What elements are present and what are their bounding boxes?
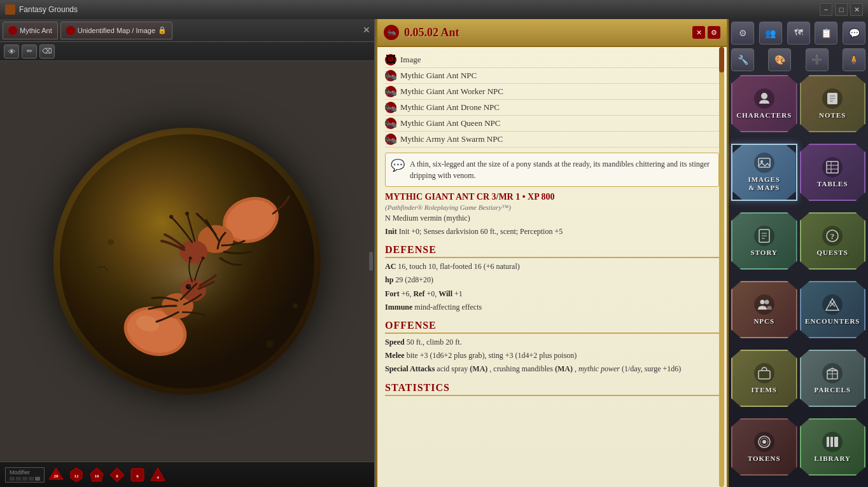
saves-line: Fort +6, Ref +0, Will +1	[385, 288, 719, 300]
will-text: +1	[454, 289, 463, 298]
svg-point-16	[202, 257, 205, 260]
close-button[interactable]: ✕	[850, 3, 863, 16]
nav-button-parcels[interactable]: Parcels	[800, 350, 866, 407]
nav-button-tokens[interactable]: Tokens	[731, 418, 797, 476]
nav-button-story[interactable]: Story	[731, 212, 797, 270]
svg-point-12	[181, 278, 206, 301]
nav-button-quests[interactable]: ? Quests	[800, 212, 866, 270]
sheet-controls: ✕ ⚙	[692, 26, 720, 39]
nav-button-library[interactable]: Library	[800, 418, 866, 476]
sheet-close-button[interactable]: ✕	[692, 26, 705, 39]
notes-label: Notes	[819, 111, 846, 119]
parcels-label: Parcels	[814, 386, 851, 394]
speed-label: Speed	[385, 338, 407, 346]
nav-button-encounters[interactable]: Encounters	[800, 281, 866, 338]
map-tool-button[interactable]: 🗺	[787, 22, 810, 45]
ac-label: AC	[385, 262, 398, 271]
minimize-button[interactable]: −	[820, 3, 832, 16]
immune-line: Immune mind-affecting effects	[385, 301, 719, 313]
panel-close-icon[interactable]: ✕	[361, 25, 372, 36]
list-item-npc5[interactable]: 🐜 Mythic Army Ant Swarm NPC	[385, 132, 719, 147]
list-item-icon-npc1: 🐜	[385, 70, 396, 81]
die-d8[interactable]: 8	[108, 466, 126, 484]
svg-rect-53	[759, 371, 770, 379]
hp-label: hp	[385, 275, 395, 284]
app-icon	[5, 4, 15, 15]
nav-button-tables[interactable]: Tables	[800, 144, 866, 201]
hp-text: 29 (2d8+20)	[395, 275, 433, 284]
immune-label: Immune	[385, 303, 414, 312]
die-d6[interactable]: 6	[129, 466, 146, 484]
list-item-npc1[interactable]: 🐜 Mythic Giant Ant NPC	[385, 68, 719, 84]
speed-text: 50 ft., climb 20 ft.	[407, 338, 462, 346]
tab-mythic-ant[interactable]: Mythic Ant	[3, 22, 58, 39]
image-area	[0, 61, 374, 462]
description-box: 💬 A thin, six-legged ant the size of a p…	[385, 153, 719, 187]
special-attacks-text: acid spray (MA) , crushing mandibles (MA…	[437, 364, 681, 373]
encounters-icon	[822, 294, 843, 315]
creature-title: MYTHIC GIANT ANT CR 3/MR 1 • XP 800	[385, 192, 719, 202]
tab-map[interactable]: Unidentified Map / Image 🔒	[60, 22, 172, 39]
settings2-tool-button[interactable]: 📋	[815, 22, 837, 45]
svg-point-33	[761, 93, 767, 99]
nav-button-notes[interactable]: Notes	[800, 75, 866, 132]
modifier-display: Modifier	[5, 467, 45, 483]
pencil-tool-button[interactable]: ✏	[22, 45, 37, 58]
nav-button-npcs[interactable]: NPCs	[731, 281, 797, 338]
sheet-content[interactable]: 🖼 Image 🐜 Mythic Giant Ant NPC 🐜 Mythic …	[377, 47, 727, 487]
chat-tool-button[interactable]: 💬	[843, 22, 865, 45]
sheet-scrollbar[interactable]	[719, 47, 724, 487]
sheet-extra-button[interactable]: ⚙	[708, 26, 720, 39]
maximize-button[interactable]: □	[835, 3, 848, 16]
eraser-tool-button[interactable]: ⌫	[39, 45, 55, 58]
die-d12[interactable]: 12	[67, 466, 85, 484]
ref-label: Ref	[413, 289, 426, 298]
list-item-image[interactable]: 🖼 Image	[385, 52, 719, 68]
prefs-tool-button[interactable]: 🔧	[731, 48, 754, 71]
die-d4[interactable]: 4	[149, 466, 167, 484]
npcs-icon	[754, 294, 774, 315]
settings-tool-button[interactable]: ⚙	[731, 22, 754, 45]
sheet-header: 🐜 0.05.02 Ant ✕ ⚙	[377, 19, 727, 47]
die-d10[interactable]: 10	[88, 466, 106, 484]
person-tool-button[interactable]: 🧍	[843, 48, 865, 71]
nav-button-images[interactable]: Images& Maps	[731, 144, 797, 201]
images-icon	[754, 153, 774, 173]
list-item-npc3[interactable]: 🐜 Mythic Giant Ant Drone NPC	[385, 100, 719, 116]
dice-bar: Modifier 20 12 10 8	[0, 462, 374, 487]
npcs-label: NPCs	[753, 317, 774, 325]
story-label: Story	[751, 249, 778, 256]
characters-icon	[754, 88, 774, 109]
parcels-icon	[822, 363, 843, 383]
tool-bar: 👁 ✏ ⌫	[0, 42, 374, 61]
svg-rect-40	[827, 161, 838, 173]
special-attacks-line: Special Attacks acid spray (MA) , crushi…	[385, 363, 719, 375]
svg-point-5	[179, 240, 207, 263]
list-item-npc4[interactable]: 🐜 Mythic Giant Ant Queen NPC	[385, 116, 719, 132]
eye-tool-button[interactable]: 👁	[4, 45, 19, 58]
nav-grid: Characters Notes Images& M	[731, 75, 865, 484]
tab-map-label: Unidentified Map / Image	[78, 27, 155, 34]
story-icon	[754, 226, 774, 246]
scroll-handle	[369, 252, 373, 271]
immune-text: mind-affecting effects	[414, 303, 482, 312]
characters-tool-button[interactable]: 👥	[759, 22, 782, 45]
title-bar-controls: − □ ✕	[820, 3, 863, 16]
nav-button-items[interactable]: Items	[731, 350, 797, 407]
tables-icon	[822, 157, 843, 177]
die-d20[interactable]: 20	[47, 466, 65, 484]
list-item-label-npc2: Mythic Giant Ant Worker NPC	[400, 86, 503, 97]
list-item-npc2[interactable]: 🐜 Mythic Giant Ant Worker NPC	[385, 84, 719, 100]
sheet-title-text: 0.05.02 Ant	[404, 26, 459, 39]
theme-tool-button[interactable]: 🎨	[768, 48, 791, 71]
init-senses-text: Init +0; Senses darkvision 60 ft., scent…	[399, 227, 563, 236]
svg-point-49	[760, 300, 764, 305]
ac-line: AC 16, touch 10, flat-footed 16 (+6 natu…	[385, 261, 719, 273]
plus-tool-button[interactable]: ➕	[806, 48, 829, 71]
tables-label: Tables	[817, 180, 848, 188]
svg-text:20: 20	[54, 474, 59, 479]
sheet-scrollbar-thumb[interactable]	[719, 47, 724, 72]
items-icon	[754, 363, 774, 383]
nav-button-characters[interactable]: Characters	[731, 75, 797, 132]
melee-text: bite +3 (1d6+2 plus grab), sting +3 (1d4…	[407, 351, 577, 360]
